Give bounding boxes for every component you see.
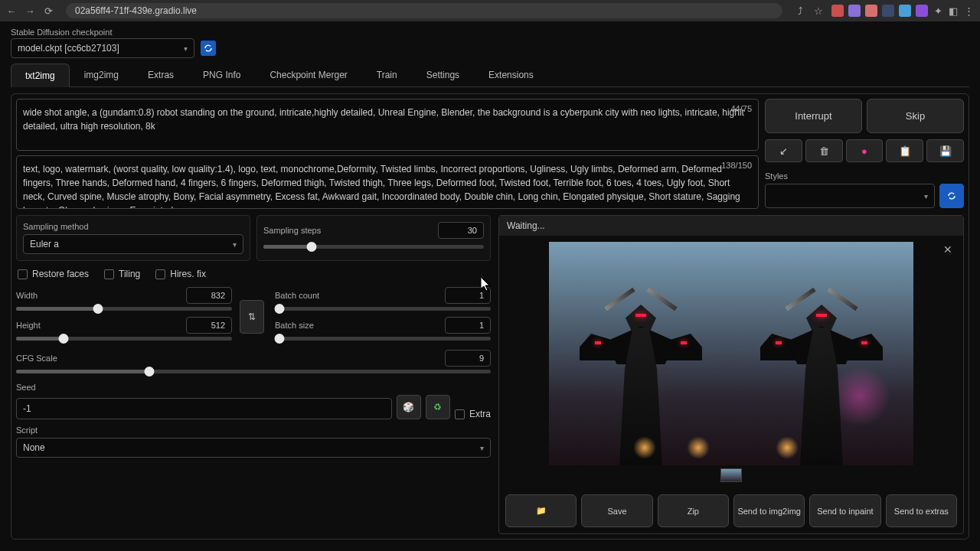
tab-pnginfo[interactable]: PNG Info	[188, 63, 255, 86]
zip-button[interactable]: Zip	[658, 494, 729, 527]
styles-label: Styles	[765, 171, 935, 181]
ext-icon[interactable]	[848, 5, 861, 17]
sampling-method-label: Sampling method	[23, 222, 243, 231]
checkpoint-dropdown[interactable]: model.ckpt [cc6cb27103] ▾	[11, 38, 194, 58]
extra-seed-checkbox[interactable]: Extra	[455, 409, 491, 419]
prompt-text: wide shot angle, a (gundam:0.8) robot st…	[23, 107, 744, 132]
tab-extras[interactable]: Extras	[133, 63, 188, 86]
send-inpaint-button[interactable]: Send to inpaint	[809, 494, 880, 527]
seed-label: Seed	[16, 383, 491, 392]
hires-fix-checkbox[interactable]: Hires. fix	[155, 269, 206, 279]
send-img2img-button[interactable]: Send to img2img	[733, 494, 805, 527]
arrow-button[interactable]: ↙	[765, 139, 802, 162]
seed-input[interactable]: -1	[16, 398, 392, 419]
ext-icon[interactable]	[916, 5, 928, 17]
close-icon[interactable]: ✕	[943, 243, 952, 256]
share-icon[interactable]: ⤴	[795, 5, 805, 16]
tab-settings[interactable]: Settings	[412, 63, 474, 86]
panel-icon[interactable]: ◧	[948, 5, 959, 16]
url-bar[interactable]: 02a56ff4-71ff-439e.gradio.live	[66, 3, 782, 18]
apply-style-button[interactable]	[939, 184, 964, 208]
batch-count-value[interactable]: 1	[445, 287, 491, 304]
chevron-down-icon: ▾	[480, 444, 484, 452]
tab-txt2img[interactable]: txt2img	[11, 64, 70, 87]
random-seed-button[interactable]: 🎲	[397, 395, 421, 419]
width-label: Width	[16, 291, 38, 300]
tiling-checkbox[interactable]: Tiling	[104, 269, 140, 279]
ext-icon[interactable]	[882, 5, 894, 17]
neg-prompt-counter: 138/150	[721, 159, 752, 172]
restore-faces-checkbox[interactable]: Restore faces	[18, 269, 89, 279]
ext-icon[interactable]	[831, 5, 844, 17]
prompt-input[interactable]: 44/75 wide shot angle, a (gundam:0.8) ro…	[16, 99, 759, 151]
forward-icon[interactable]: →	[24, 5, 35, 16]
width-value[interactable]: 832	[186, 287, 232, 304]
menu-icon[interactable]: ⋮	[963, 5, 974, 16]
checkpoint-value: model.ckpt [cc6cb27103]	[18, 43, 119, 54]
height-value[interactable]: 512	[186, 317, 232, 334]
height-slider[interactable]	[16, 337, 232, 341]
ext-icon[interactable]	[899, 5, 911, 17]
tab-img2img[interactable]: img2img	[70, 63, 133, 86]
prompt-counter: 44/75	[730, 103, 752, 116]
sampling-steps-value[interactable]: 30	[438, 222, 484, 239]
sampling-method-dropdown[interactable]: Euler a ▾	[23, 234, 243, 254]
interrupt-button[interactable]: Interrupt	[765, 99, 862, 133]
tab-train[interactable]: Train	[362, 63, 412, 86]
script-label: Script	[16, 425, 491, 435]
output-thumbnail[interactable]	[720, 468, 742, 482]
tabs: txt2img img2img Extras PNG Info Checkpoi…	[11, 63, 969, 87]
skip-button[interactable]: Skip	[867, 99, 964, 133]
ext-icon[interactable]	[865, 5, 877, 17]
save-button[interactable]: Save	[581, 494, 652, 527]
batch-size-label: Batch size	[275, 321, 314, 330]
sampling-steps-label: Sampling steps	[263, 226, 321, 235]
back-icon[interactable]: ←	[6, 5, 17, 16]
refresh-checkpoint-button[interactable]	[201, 41, 216, 56]
script-value: None	[23, 442, 45, 453]
sampling-method-value: Euler a	[30, 239, 59, 249]
cfg-slider[interactable]	[16, 370, 491, 373]
output-panel: Waiting... ✕	[498, 215, 964, 534]
tab-extensions[interactable]: Extensions	[474, 63, 548, 86]
cfg-value[interactable]: 9	[445, 350, 491, 367]
checkpoint-label: Stable Diffusion checkpoint	[11, 28, 969, 37]
batch-count-slider[interactable]	[275, 307, 491, 311]
height-label: Height	[16, 321, 41, 330]
tab-checkpoint-merger[interactable]: Checkpoint Merger	[255, 63, 361, 86]
styles-dropdown[interactable]: ▾	[765, 184, 935, 208]
script-dropdown[interactable]: None ▾	[16, 438, 491, 458]
star-icon[interactable]: ☆	[813, 5, 824, 16]
browser-chrome: ← → ⟳ 02a56ff4-71ff-439e.gradio.live ⤴ ☆…	[0, 0, 980, 21]
width-slider[interactable]	[16, 307, 232, 311]
clipboard-button[interactable]: 📋	[886, 139, 923, 162]
swap-dimensions-button[interactable]: ⇅	[240, 300, 264, 334]
batch-count-label: Batch count	[275, 291, 319, 300]
batch-size-slider[interactable]	[275, 337, 491, 341]
batch-size-value[interactable]: 1	[445, 317, 491, 334]
output-image[interactable]	[549, 242, 913, 465]
save-style-button[interactable]: 💾	[926, 139, 964, 162]
neg-prompt-text: text, logo, watermark, (worst quality, l…	[23, 164, 740, 209]
chevron-down-icon: ▾	[924, 192, 928, 201]
extension-icons: ✦ ◧ ⋮	[831, 5, 974, 17]
reload-icon[interactable]: ⟳	[43, 5, 54, 16]
send-extras-button[interactable]: Send to extras	[886, 494, 957, 527]
cfg-label: CFG Scale	[16, 354, 57, 363]
chevron-down-icon: ▾	[184, 44, 188, 53]
extensions-icon[interactable]: ✦	[933, 5, 943, 16]
sampling-steps-slider[interactable]	[263, 245, 484, 249]
style-preset-button[interactable]: ●	[846, 139, 884, 162]
reuse-seed-button[interactable]: ♻	[426, 395, 450, 419]
neg-prompt-input[interactable]: 138/150 text, logo, watermark, (worst qu…	[16, 155, 759, 209]
status-bar: Waiting...	[499, 216, 963, 236]
chevron-down-icon: ▾	[233, 240, 237, 249]
trash-button[interactable]: 🗑	[805, 139, 843, 162]
open-folder-button[interactable]: 📁	[505, 494, 577, 527]
